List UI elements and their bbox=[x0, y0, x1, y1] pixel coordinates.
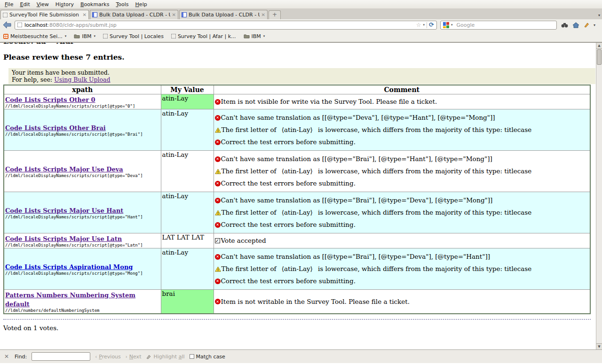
comment-text: Item is not writable in the Survey Tool.… bbox=[221, 298, 410, 306]
xpath-code: //ldml/localeDisplayNames/scripts/script… bbox=[5, 104, 160, 108]
value-cell: atin-Lay bbox=[161, 94, 214, 109]
binoculars-icon[interactable] bbox=[561, 23, 568, 28]
xpath-cell: Code Lists Scripts Other Brai//ldml/loca… bbox=[4, 109, 161, 151]
url-host: localhost bbox=[24, 22, 48, 28]
toolbar-icons: ▾ bbox=[561, 22, 595, 28]
tab-bar: SurveyTool File Submission | ...✕Bulk Da… bbox=[0, 9, 602, 19]
find-previous-button[interactable]: ‹ Previous bbox=[95, 354, 121, 360]
xpath-link[interactable]: Code Lists Scripts Major Use Hant bbox=[5, 207, 123, 214]
close-find-bar-icon[interactable]: ✕ bbox=[4, 353, 9, 360]
vote-accepted-checkbox: ✓ bbox=[215, 238, 220, 243]
comment-line: !The first letter of ⟨atin-Lay⟩ is lower… bbox=[215, 167, 589, 175]
menu-bookmarks[interactable]: Bookmarks bbox=[77, 0, 112, 8]
comment-text: Correct the test errors before submittin… bbox=[221, 138, 356, 146]
tab-close-icon[interactable]: ✕ bbox=[261, 13, 265, 17]
clipped-locale-heading: Locale: aa - 'Afar' bbox=[3, 43, 602, 46]
menu-edit[interactable]: Edit bbox=[16, 0, 33, 8]
xpath-code: //ldml/localeDisplayNames/scripts/script… bbox=[5, 132, 160, 137]
match-case-checkbox[interactable]: Match case bbox=[190, 354, 225, 360]
tab-close-icon[interactable]: ✕ bbox=[83, 13, 87, 17]
search-engine-chevron-icon[interactable]: ▾ bbox=[451, 23, 453, 27]
dotted-divider bbox=[3, 319, 591, 320]
vertical-scrollbar[interactable]: ▲ ▼ bbox=[596, 43, 602, 349]
xpath-link[interactable]: Code Lists Scripts Other 0 bbox=[5, 96, 95, 103]
menu-view[interactable]: View bbox=[33, 0, 52, 8]
tab-3[interactable]: Bulk Data Upload - CLDR - Un...✕ bbox=[179, 10, 268, 19]
url-path: :8080/cldr-apps/submit.jsp bbox=[48, 22, 416, 28]
tab-title: Bulk Data Upload - CLDR - Un... bbox=[189, 12, 260, 18]
column-header-comment: Comment bbox=[214, 85, 590, 94]
scroll-down-arrow-icon[interactable]: ▼ bbox=[596, 343, 602, 349]
error-icon: ✕ bbox=[215, 99, 221, 105]
comment-text: The first letter of ⟨atin-Lay⟩ is lowerc… bbox=[222, 209, 532, 217]
warning-icon: ! bbox=[215, 127, 221, 133]
comment-text: Can't have same translation as [[@type="… bbox=[221, 196, 493, 204]
error-icon: ✕ bbox=[215, 115, 221, 121]
menu-history[interactable]: History bbox=[52, 0, 77, 8]
bookmark-label: Survey Tool | Locales bbox=[110, 33, 164, 39]
tab-close-icon[interactable]: ✕ bbox=[172, 13, 176, 17]
url-bar[interactable]: localhost :8080/cldr-apps/submit.jsp ☆ ▾… bbox=[15, 21, 437, 30]
xpath-link[interactable]: Code Lists Scripts Other Brai bbox=[5, 124, 106, 132]
warning-icon: ! bbox=[215, 169, 221, 174]
xpath-link[interactable]: Code Lists Scripts Aspirational Mong bbox=[5, 263, 133, 271]
tab-strip: SurveyTool File Submission | ...✕Bulk Da… bbox=[0, 10, 269, 19]
placeholder-favicon bbox=[3, 13, 8, 17]
menu-tools[interactable]: Tools bbox=[112, 0, 132, 8]
comment-text: Vote accepted bbox=[221, 237, 266, 245]
placeholder-favicon bbox=[17, 23, 22, 27]
tab-2[interactable]: Bulk Data Upload - CLDR - Un...✕ bbox=[90, 10, 178, 19]
scrollbar-thumb[interactable] bbox=[597, 49, 602, 65]
back-button[interactable] bbox=[2, 21, 12, 29]
error-icon: ✕ bbox=[215, 254, 221, 260]
comment-line: ✕Can't have same translation as [[@type=… bbox=[215, 155, 589, 163]
comment-text: Correct the test errors before submittin… bbox=[221, 221, 356, 229]
next-label: Next bbox=[129, 354, 142, 360]
checkbox-icon bbox=[190, 354, 194, 359]
bookmark-4[interactable]: Survey Tool | Afar | k... bbox=[171, 33, 236, 39]
bulk-upload-help-link[interactable]: Using Bulk Upload bbox=[54, 76, 110, 83]
home-icon[interactable] bbox=[572, 22, 579, 28]
comment-text: Can't have same translation as [[@type="… bbox=[221, 253, 490, 261]
previous-label: Previous bbox=[99, 354, 121, 360]
toolbar-overflow-chevron-icon[interactable]: ▾ bbox=[594, 23, 595, 27]
find-next-button[interactable]: › Next bbox=[126, 354, 142, 360]
bookmark-3[interactable]: Survey Tool | Locales bbox=[103, 33, 164, 39]
value-cell: atin-Lay bbox=[161, 109, 214, 151]
xpath-cell: Patterns Numbers Numbering System defaul… bbox=[4, 290, 161, 314]
search-box[interactable]: ▾ Google bbox=[440, 21, 557, 30]
bookmark-label: IBM bbox=[252, 33, 261, 39]
bookmark-5[interactable]: IBM▾ bbox=[244, 33, 265, 39]
svg-text:!: ! bbox=[217, 170, 219, 174]
comment-text: Can't have same translation as [[@type="… bbox=[221, 155, 492, 163]
xpath-link[interactable]: Code Lists Scripts Major Use Latn bbox=[5, 235, 122, 242]
scroll-up-arrow-icon[interactable]: ▲ bbox=[596, 43, 602, 49]
page-favicon bbox=[92, 12, 97, 17]
table-row: Code Lists Scripts Other 0//ldml/localeD… bbox=[4, 94, 590, 109]
xpath-link[interactable]: Code Lists Scripts Major Use Deva bbox=[5, 166, 123, 173]
bookmark-2[interactable]: IBM▾ bbox=[74, 33, 95, 39]
warning-icon: ! bbox=[215, 266, 221, 272]
find-input[interactable] bbox=[32, 352, 90, 361]
comment-cell: ✕Item is not visible for write via the S… bbox=[214, 94, 590, 109]
pencil-icon[interactable] bbox=[584, 22, 589, 28]
menu-help[interactable]: Help bbox=[132, 0, 150, 8]
search-placeholder: Google bbox=[457, 22, 554, 28]
comment-text: The first letter of ⟨atin-Lay⟩ is lowerc… bbox=[222, 167, 532, 175]
error-icon: ✕ bbox=[215, 222, 221, 228]
highlight-all-button[interactable]: Highlight all bbox=[146, 354, 184, 360]
chevron-left-icon: ‹ bbox=[95, 354, 97, 359]
svg-text:!: ! bbox=[217, 211, 219, 216]
url-dropdown-chevron-icon[interactable]: ▾ bbox=[423, 23, 425, 27]
votes-summary: Voted on 1 votes. bbox=[3, 324, 602, 332]
comment-line: ✕Can't have same translation as [[@type=… bbox=[215, 196, 589, 204]
xpath-link[interactable]: Patterns Numbers Numbering System defaul… bbox=[5, 292, 135, 308]
bookmark-1[interactable]: Meistbesuchte Sei...▾ bbox=[3, 33, 66, 39]
tab-list-chevron-icon[interactable]: ▾ bbox=[598, 13, 600, 17]
tab-title: Bulk Data Upload - CLDR - Un... bbox=[99, 12, 170, 18]
tab-1[interactable]: SurveyTool File Submission | ...✕ bbox=[0, 10, 89, 19]
menu-file[interactable]: File bbox=[1, 0, 16, 8]
new-tab-button[interactable]: + bbox=[269, 10, 281, 19]
value-cell: atin-Lay bbox=[161, 248, 214, 290]
column-header-xpath: xpath bbox=[4, 85, 161, 94]
